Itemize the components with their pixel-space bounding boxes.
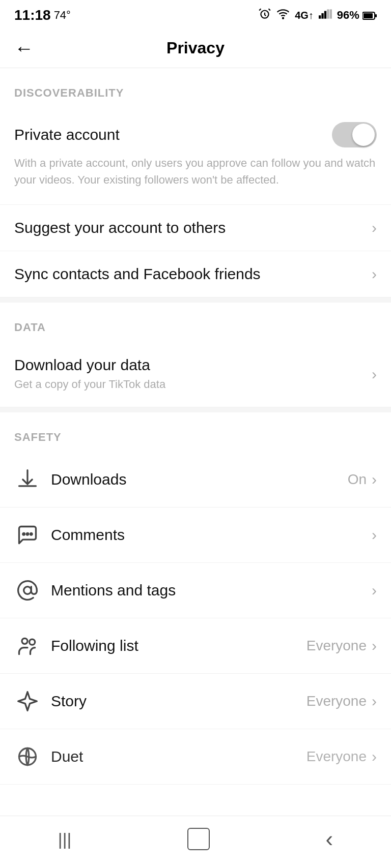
page-header: ← Privacy	[0, 28, 391, 68]
data-section-label: DATA	[0, 303, 391, 342]
download-data-label: Download your data	[14, 356, 150, 373]
private-account-description: With a private account, only users you a…	[14, 155, 377, 188]
mentions-icon	[14, 577, 41, 604]
status-temp: 74°	[54, 9, 71, 22]
mentions-tags-row[interactable]: Mentions and tags ›	[0, 563, 391, 618]
svg-point-13	[24, 586, 32, 594]
duet-value: Everyone	[306, 749, 367, 765]
svg-rect-2	[319, 15, 321, 19]
mentions-tags-label: Mentions and tags	[51, 582, 176, 598]
sync-contacts-chevron: ›	[372, 265, 377, 283]
story-label: Story	[51, 693, 87, 709]
section-divider-data	[0, 297, 391, 303]
bottom-nav: ||| ‹	[0, 816, 391, 868]
back-button[interactable]: ←	[14, 39, 34, 58]
discoverability-section-label: DISCOVERABILITY	[0, 68, 391, 108]
sync-contacts-label: Sync contacts and Facebook friends	[14, 265, 261, 282]
story-icon	[14, 688, 41, 714]
svg-rect-6	[329, 9, 331, 18]
duet-chevron: ›	[372, 748, 377, 765]
duet-icon	[14, 743, 41, 770]
downloads-chevron: ›	[372, 471, 377, 488]
duet-row[interactable]: Duet Everyone ›	[0, 729, 391, 785]
download-data-chevron: ›	[372, 366, 377, 383]
svg-point-12	[31, 533, 33, 535]
status-icons: 4G↑ 96%	[258, 7, 377, 23]
svg-point-15	[30, 639, 35, 645]
section-divider-safety	[0, 407, 391, 412]
download-data-row[interactable]: Download your data Get a copy of your Ti…	[0, 342, 391, 407]
sync-contacts-row[interactable]: Sync contacts and Facebook friends ›	[0, 251, 391, 297]
comments-chevron: ›	[372, 526, 377, 544]
status-time: 11:18	[14, 7, 51, 23]
downloads-icon	[14, 466, 41, 493]
downloads-value: On	[348, 471, 367, 488]
comments-label: Comments	[51, 526, 125, 543]
signal-4g-icon: 4G↑	[295, 10, 314, 21]
following-list-value: Everyone	[306, 638, 367, 654]
downloads-label: Downloads	[51, 471, 126, 488]
alarm-icon	[258, 7, 271, 23]
story-row[interactable]: Story Everyone ›	[0, 674, 391, 729]
svg-point-1	[283, 18, 284, 19]
svg-point-11	[23, 533, 25, 535]
svg-rect-9	[375, 14, 377, 17]
toggle-knob	[352, 124, 375, 146]
following-list-icon	[14, 633, 41, 659]
story-value: Everyone	[306, 693, 367, 709]
nav-back-icon[interactable]: ‹	[326, 826, 333, 852]
comments-row[interactable]: Comments ›	[0, 507, 391, 563]
battery-indicator: 96%	[337, 9, 377, 22]
suggest-account-row[interactable]: Suggest your account to others ›	[0, 205, 391, 251]
nav-menu-icon[interactable]: |||	[58, 829, 72, 849]
download-data-sublabel: Get a copy of your TikTok data	[14, 377, 372, 393]
svg-point-14	[22, 638, 27, 644]
safety-section-label: SAFETY	[0, 412, 391, 452]
page-title: Privacy	[166, 39, 225, 57]
svg-rect-4	[324, 11, 326, 19]
nav-home-icon[interactable]	[187, 828, 210, 850]
signal-bars-icon	[319, 9, 332, 22]
story-chevron: ›	[372, 693, 377, 710]
suggest-account-chevron: ›	[372, 219, 377, 236]
suggest-account-label: Suggest your account to others	[14, 219, 226, 236]
following-list-row[interactable]: Following list Everyone ›	[0, 618, 391, 674]
duet-label: Duet	[51, 748, 83, 765]
svg-rect-3	[321, 13, 323, 19]
following-list-label: Following list	[51, 637, 138, 654]
following-list-chevron: ›	[372, 637, 377, 654]
svg-rect-5	[327, 9, 329, 18]
private-account-label: Private account	[14, 126, 120, 143]
svg-point-10	[26, 533, 29, 535]
mentions-tags-chevron: ›	[372, 582, 377, 599]
status-bar: 11:18 74° 4G↑	[0, 0, 391, 28]
wifi-icon	[276, 7, 290, 23]
downloads-row[interactable]: Downloads On ›	[0, 452, 391, 507]
comments-icon	[14, 522, 41, 548]
private-account-toggle[interactable]	[332, 122, 377, 147]
private-account-row: Private account With a private account, …	[0, 108, 391, 205]
svg-rect-8	[364, 13, 373, 18]
